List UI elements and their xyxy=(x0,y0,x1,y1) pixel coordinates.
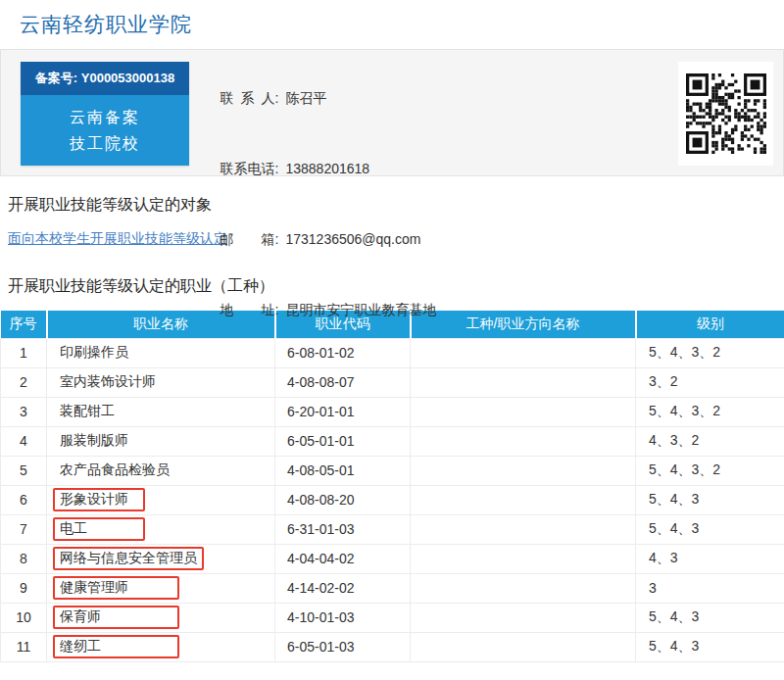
contact-label: 邮 箱: xyxy=(220,231,279,247)
occupation-name-text: 电工 xyxy=(53,517,145,541)
occupation-levels: 5、4、3 xyxy=(636,485,784,514)
table-row: 9 健康管理师 4-14-02-02 3 xyxy=(1,573,784,603)
occupation-code: 6-05-01-01 xyxy=(275,426,411,456)
occupation-name: 装配钳工 xyxy=(47,397,275,426)
table-row: 11 缝纫工 6-05-01-03 5、4、3 xyxy=(1,632,784,661)
occupation-name-text: 网络与信息安全管理员 xyxy=(53,547,204,570)
occupation-name-text: 印刷操作员 xyxy=(60,344,128,360)
occupation-name-text: 农产品食品检验员 xyxy=(60,461,170,477)
page-title: 云南轻纺职业学院 xyxy=(20,11,192,38)
contact-label: 地 址: xyxy=(220,302,279,317)
contact-value: 陈召平 xyxy=(285,90,326,106)
row-number: 1 xyxy=(1,338,47,367)
row-number: 8 xyxy=(1,544,47,573)
occupation-name: 缝纫工 xyxy=(47,632,275,661)
occupation-levels: 5、4、3、2 xyxy=(636,338,784,367)
occupation-name-text: 服装制版师 xyxy=(60,432,128,448)
occupation-name-text: 缝纫工 xyxy=(53,635,179,658)
column-header: 级别 xyxy=(636,311,784,338)
school-info-panel: 备案号: Y000053000138 云南备案 技工院校 联 系 人:陈召平 联… xyxy=(0,49,784,176)
column-header: 工种/职业方向名称 xyxy=(411,311,636,338)
occupation-name-text: 保育师 xyxy=(53,606,179,629)
direction-name xyxy=(411,514,636,544)
occupation-name: 健康管理师 xyxy=(47,573,275,603)
row-number: 9 xyxy=(1,573,47,603)
occupation-levels: 5、4、3 xyxy=(636,632,784,661)
occupation-code: 4-08-08-20 xyxy=(275,485,411,514)
contact-value: 昆明市安宁职业教育基地 xyxy=(285,302,436,317)
occupation-name-text: 室内装饰设计师 xyxy=(60,373,156,389)
objects-scope-link[interactable]: 面向本校学生开展职业技能等级认定 xyxy=(8,230,227,248)
occupation-name-text: 形象设计师 xyxy=(53,488,145,511)
direction-name xyxy=(411,603,636,632)
occupation-levels: 5、4、3、2 xyxy=(636,397,784,426)
occupation-code: 4-14-02-02 xyxy=(275,573,411,603)
record-type-line1: 云南备案 xyxy=(21,104,189,130)
occupation-name: 保育师 xyxy=(47,603,275,632)
table-row: 4 服装制版师 6-05-01-01 4、3、2 xyxy=(1,426,784,456)
direction-name xyxy=(411,456,636,485)
occupation-levels: 5、4、3 xyxy=(636,514,784,544)
row-number: 3 xyxy=(1,397,47,426)
occupation-levels: 5、4、3、2 xyxy=(636,456,784,485)
contact-line: 联系电话:13888201618 xyxy=(205,133,436,204)
contact-value: 13888201618 xyxy=(285,161,369,176)
row-number: 4 xyxy=(1,426,47,456)
direction-name xyxy=(411,338,636,367)
record-number: 备案号: Y000053000138 xyxy=(21,62,189,95)
record-type-line2: 技工院校 xyxy=(21,130,189,157)
contact-info: 联 系 人:陈召平 联系电话:13888201618 邮 箱:173123650… xyxy=(205,62,436,345)
record-card: 备案号: Y000053000138 云南备案 技工院校 xyxy=(21,62,189,166)
qr-code xyxy=(678,62,773,166)
column-header: 序号 xyxy=(1,311,47,338)
row-number: 10 xyxy=(1,603,47,632)
occupation-name-text: 装配钳工 xyxy=(60,403,115,418)
table-row: 10 保育师 4-10-01-03 5、4、3 xyxy=(1,603,784,632)
occupation-code: 6-05-01-03 xyxy=(275,632,411,661)
contact-value: 1731236506@qq.com xyxy=(285,231,420,247)
contact-line: 地 址:昆明市安宁职业教育基地 xyxy=(205,274,436,345)
contact-label: 联 系 人: xyxy=(220,90,279,106)
direction-name xyxy=(411,367,636,397)
occupation-name-text: 健康管理师 xyxy=(53,576,179,600)
occupation-levels: 5、4、3 xyxy=(636,603,784,632)
direction-name xyxy=(411,544,636,573)
record-type-badge: 云南备案 技工院校 xyxy=(21,95,189,166)
occupation-levels: 3、2 xyxy=(636,367,784,397)
table-row: 6 形象设计师 4-08-08-20 5、4、3 xyxy=(1,485,784,514)
occupation-name: 农产品食品检验员 xyxy=(47,456,275,485)
row-number: 2 xyxy=(1,367,47,397)
contact-line: 邮 箱:1731236506@qq.com xyxy=(205,204,436,274)
row-number: 7 xyxy=(1,514,47,544)
row-number: 6 xyxy=(1,485,47,514)
direction-name xyxy=(411,632,636,661)
occupation-levels: 3 xyxy=(636,573,784,603)
table-row: 5 农产品食品检验员 4-08-05-01 5、4、3、2 xyxy=(1,456,784,485)
occupation-code: 4-08-08-07 xyxy=(275,367,411,397)
occupation-name: 电工 xyxy=(47,514,275,544)
direction-name xyxy=(411,485,636,514)
occupation-code: 4-08-05-01 xyxy=(275,456,411,485)
contact-label: 联系电话: xyxy=(220,161,279,176)
contact-line: 联 系 人:陈召平 xyxy=(205,63,436,133)
row-number: 5 xyxy=(1,456,47,485)
page-header: 云南轻纺职业学院 xyxy=(0,0,784,49)
occupation-levels: 4、3 xyxy=(636,544,784,573)
occupation-name: 形象设计师 xyxy=(47,485,275,514)
occupation-name: 网络与信息安全管理员 xyxy=(47,544,275,573)
direction-name xyxy=(411,426,636,456)
occupation-name: 室内装饰设计师 xyxy=(47,367,275,397)
occupations-table: 序号职业名称职业代码工种/职业方向名称级别 1 印刷操作员 6-08-01-02… xyxy=(0,311,784,662)
row-number: 11 xyxy=(1,632,47,661)
occupation-levels: 4、3、2 xyxy=(636,426,784,456)
table-row: 8 网络与信息安全管理员 4-04-04-02 4、3 xyxy=(1,544,784,573)
table-body: 1 印刷操作员 6-08-01-02 5、4、3、2 2 室内装饰设计师 4-0… xyxy=(1,338,784,661)
table-row: 3 装配钳工 6-20-01-01 5、4、3、2 xyxy=(1,397,784,426)
occupation-code: 6-20-01-01 xyxy=(275,397,411,426)
direction-name xyxy=(411,573,636,603)
occupation-code: 6-31-01-03 xyxy=(275,514,411,544)
occupation-code: 4-04-04-02 xyxy=(275,544,411,573)
table-row: 7 电工 6-31-01-03 5、4、3 xyxy=(1,514,784,544)
occupation-name: 服装制版师 xyxy=(47,426,275,456)
occupation-code: 4-10-01-03 xyxy=(275,603,411,632)
